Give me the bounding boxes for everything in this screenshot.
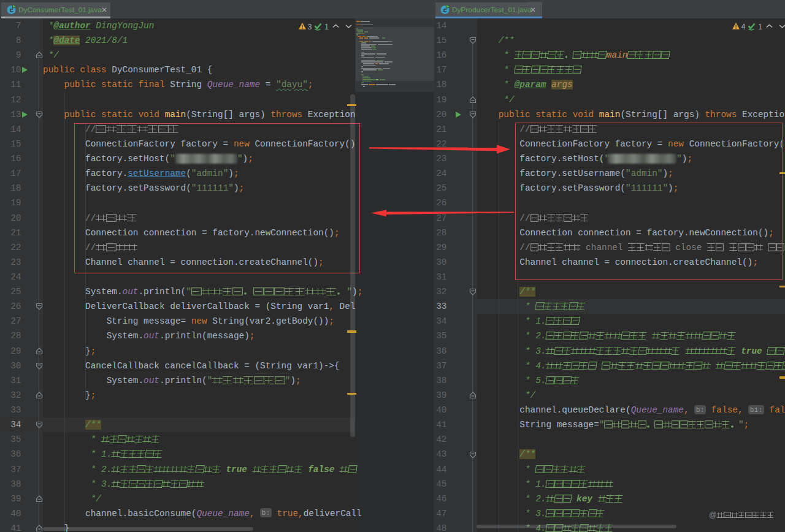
svg-text:3: 3 (308, 23, 312, 31)
svg-text:4: 4 (741, 23, 746, 31)
svg-text:1: 1 (324, 23, 329, 31)
svg-text:1: 1 (758, 23, 762, 31)
